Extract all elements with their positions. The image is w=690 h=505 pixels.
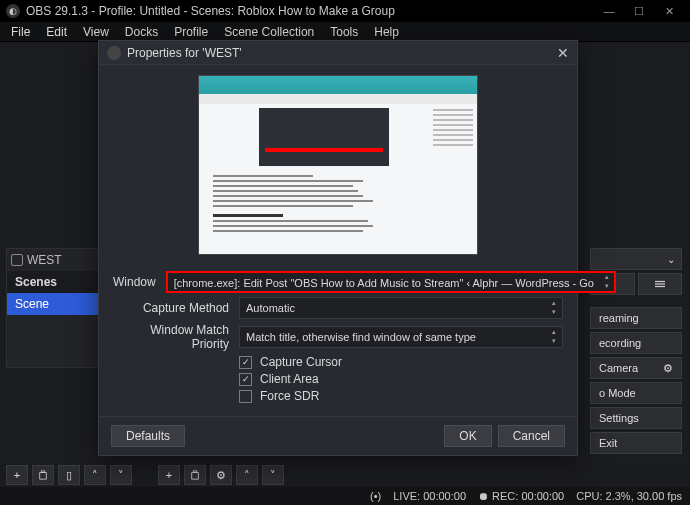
force-sdr-checkbox[interactable]: Force SDR [239,389,563,403]
properties-form: Window [chrome.exe]: Edit Post "OBS How … [99,263,577,416]
checkbox-icon [239,390,252,403]
capture-cursor-checkbox[interactable]: ✓ Capture Cursor [239,355,563,369]
label-capture-method: Capture Method [113,301,229,315]
modal-overlay: Properties for 'WEST' ✕ Window [chrome.e… [0,0,690,505]
chevron-updown-icon[interactable]: ▴▾ [547,328,561,346]
dialog-title: Properties for 'WEST' [127,46,242,60]
defaults-button[interactable]: Defaults [111,425,185,447]
source-preview [198,75,478,255]
label-window: Window [113,275,156,289]
cancel-button[interactable]: Cancel [498,425,565,447]
chevron-updown-icon[interactable]: ▴▾ [547,299,561,317]
capture-method-dropdown[interactable]: Automatic [239,297,563,319]
checkbox-label: Force SDR [260,389,319,403]
checkbox-icon: ✓ [239,356,252,369]
obs-logo-icon [107,46,121,60]
dialog-close-button[interactable]: ✕ [557,45,569,61]
checkbox-label: Client Area [260,372,319,386]
window-dropdown[interactable]: [chrome.exe]: Edit Post "OBS How to Add … [166,271,616,293]
checkbox-label: Capture Cursor [260,355,342,369]
checkbox-icon: ✓ [239,373,252,386]
dialog-footer: Defaults OK Cancel [99,416,577,455]
chevron-updown-icon[interactable]: ▴▾ [600,273,614,291]
client-area-checkbox[interactable]: ✓ Client Area [239,372,563,386]
properties-dialog: Properties for 'WEST' ✕ Window [chrome.e… [98,40,578,456]
dialog-titlebar[interactable]: Properties for 'WEST' ✕ [99,41,577,65]
label-match-priority: Window Match Priority [113,323,229,351]
match-priority-dropdown[interactable]: Match title, otherwise find window of sa… [239,326,563,348]
ok-button[interactable]: OK [444,425,491,447]
